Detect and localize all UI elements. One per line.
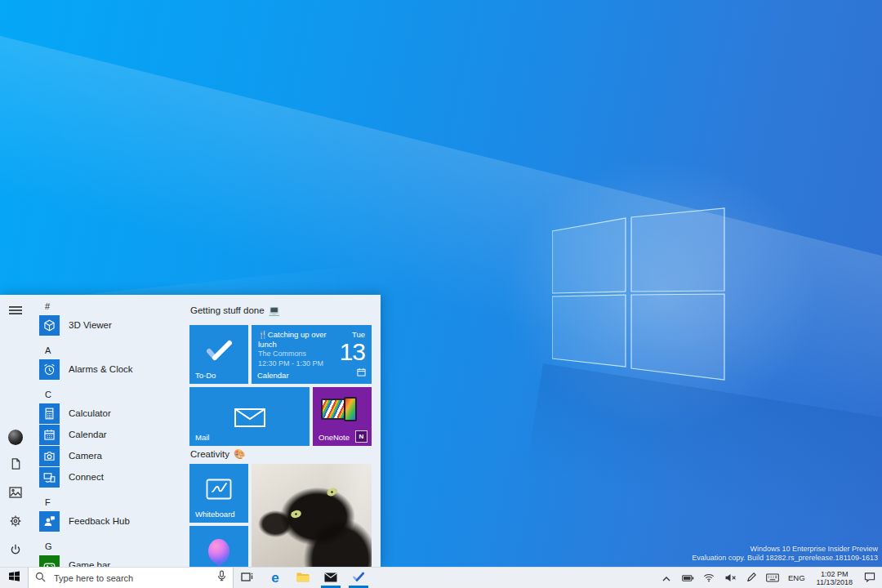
3d-viewer-icon xyxy=(39,315,60,336)
tile-photos-cat[interactable] xyxy=(252,464,372,567)
watermark-line1: Windows 10 Enterprise Insider Preview xyxy=(692,545,878,554)
app-label: Alarms & Clock xyxy=(69,364,133,374)
file-explorer-button[interactable] xyxy=(289,568,317,588)
touch-keyboard-button[interactable] xyxy=(764,568,782,588)
todo-button[interactable] xyxy=(345,568,372,588)
app-item-calendar[interactable]: Calendar xyxy=(39,424,186,445)
tile-group-header[interactable]: Creativity 🎨 xyxy=(190,448,245,460)
documents-button[interactable] xyxy=(8,458,23,473)
calculator-icon xyxy=(39,403,60,424)
tile-whiteboard[interactable]: Whiteboard xyxy=(189,464,248,523)
hidden-icons-button[interactable] xyxy=(657,568,675,588)
app-item-camera[interactable]: Camera xyxy=(39,445,186,466)
mail-icon xyxy=(324,571,337,586)
expand-menu-button[interactable] xyxy=(8,304,23,318)
app-item-alarms-clock[interactable]: Alarms & Clock xyxy=(39,359,186,380)
fork-knife-emoji: 🍴 xyxy=(258,330,268,339)
pictures-button[interactable] xyxy=(8,487,23,501)
documents-icon xyxy=(10,457,22,474)
app-item-3d-viewer[interactable]: 3D Viewer xyxy=(39,314,186,336)
search-box[interactable] xyxy=(28,568,234,588)
tile-label: OneNote xyxy=(318,433,350,442)
battery-icon xyxy=(682,571,694,586)
language-indicator[interactable]: ENG xyxy=(785,573,808,582)
event-title: Catching up over lunch xyxy=(258,330,327,349)
start-button[interactable] xyxy=(0,568,28,588)
start-menu-rail xyxy=(0,295,31,567)
app-label: Feedback Hub xyxy=(69,516,130,526)
evaluation-watermark: Windows 10 Enterprise Insider Preview Ev… xyxy=(692,545,878,563)
tile-group-title: Getting stuff done xyxy=(190,305,265,315)
user-account-button[interactable] xyxy=(8,430,23,444)
tile-group-header[interactable]: Getting stuff done 💻 xyxy=(190,305,280,316)
app-item-connect[interactable]: Connect xyxy=(39,466,186,488)
tile-onenote[interactable]: OneNote N xyxy=(313,387,372,446)
alarms-clock-icon xyxy=(39,359,60,380)
laptop-emoji: 💻 xyxy=(269,305,280,316)
app-item-feedback-hub[interactable]: Feedback Hub xyxy=(39,510,186,532)
rail-bottom-group xyxy=(0,430,31,559)
mini-calendar-icon xyxy=(357,365,366,380)
app-label: Camera xyxy=(69,451,102,461)
tile-todo[interactable]: To-Do xyxy=(189,325,248,384)
windows-logo xyxy=(552,206,725,381)
task-view-icon xyxy=(241,571,254,586)
section-letter[interactable]: A xyxy=(39,342,186,359)
event-location: The Commons xyxy=(258,350,336,359)
app-item-game-bar[interactable]: Game bar xyxy=(39,555,186,567)
section-letter[interactable]: # xyxy=(39,298,186,314)
file-explorer-icon xyxy=(296,571,310,586)
onenote-devices-image xyxy=(321,397,363,426)
desktop: Windows 10 Enterprise Insider Preview Ev… xyxy=(0,0,882,588)
windows-ink-button[interactable] xyxy=(742,568,760,588)
task-view-button[interactable] xyxy=(234,568,261,588)
volume-button[interactable] xyxy=(721,568,739,588)
cat-eye xyxy=(326,487,339,498)
tile-label: To-Do xyxy=(195,371,216,380)
search-input[interactable] xyxy=(52,572,211,584)
cat-eye xyxy=(290,510,302,519)
battery-button[interactable] xyxy=(679,568,697,588)
settings-button[interactable] xyxy=(8,515,23,530)
chevron-up-icon xyxy=(662,571,671,586)
calendar-icon xyxy=(39,425,60,445)
hamburger-icon xyxy=(9,304,22,318)
app-item-calculator[interactable]: Calculator xyxy=(39,403,186,424)
tile-calendar[interactable]: 🍴Catching up over lunch The Commons 12:3… xyxy=(252,325,372,384)
camera-icon xyxy=(39,446,60,466)
day-number: 13 xyxy=(340,340,365,364)
connect-icon xyxy=(39,467,60,488)
action-center-button[interactable] xyxy=(861,568,879,588)
pen-icon xyxy=(746,571,757,586)
touch-keyboard-icon xyxy=(766,571,779,586)
network-button[interactable] xyxy=(700,568,718,588)
mail-button[interactable] xyxy=(317,568,345,588)
tile-label: Calendar xyxy=(257,371,289,380)
power-button[interactable] xyxy=(8,544,23,559)
search-icon xyxy=(35,571,46,586)
tile-label: Mail xyxy=(195,433,209,442)
section-letter[interactable]: G xyxy=(39,538,186,555)
todo-icon xyxy=(352,571,365,586)
wifi-icon xyxy=(703,571,715,586)
taskbar: e xyxy=(0,567,882,588)
microphone-icon[interactable] xyxy=(217,570,226,586)
section-letter[interactable]: C xyxy=(39,386,186,403)
pictures-icon xyxy=(9,487,22,501)
start-icon xyxy=(8,570,20,586)
section-letter[interactable]: F xyxy=(39,494,186,510)
palette-emoji: 🎨 xyxy=(234,448,245,460)
tile-group-title: Creativity xyxy=(190,449,229,459)
volume-muted-icon xyxy=(724,571,737,586)
edge-button[interactable]: e xyxy=(261,568,289,588)
app-label: Calendar xyxy=(69,430,107,439)
feedback-hub-icon xyxy=(39,511,60,532)
user-avatar xyxy=(8,430,23,445)
app-label: Connect xyxy=(69,472,104,482)
tile-paint3d[interactable] xyxy=(189,526,248,567)
clock[interactable]: 1:02 PM 11/13/2018 xyxy=(812,570,858,586)
tile-mail[interactable]: Mail xyxy=(189,387,310,446)
app-label: Game bar xyxy=(69,560,110,567)
app-label: 3D Viewer xyxy=(69,320,112,330)
event-time: 12:30 PM - 1:30 PM xyxy=(258,359,336,368)
